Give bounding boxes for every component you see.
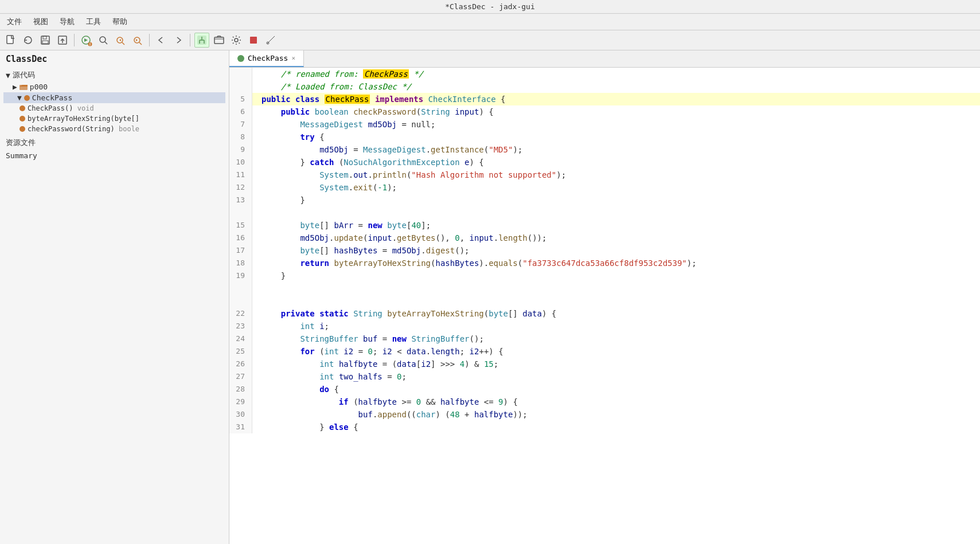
tab-checkpass[interactable]: CheckPass × (229, 50, 304, 67)
code-line-blank2 (229, 282, 980, 295)
line-num-5: 5 (229, 93, 252, 105)
title-text: *ClassDec - jadx-gui (445, 2, 535, 11)
line-content-28: do { (252, 383, 980, 396)
method-byte-array[interactable]: byteArrayToHexString(byte[] (3, 114, 225, 124)
line-num-blank3 (229, 295, 252, 307)
package-arrow: ▶ (13, 83, 17, 91)
tb-back[interactable] (154, 33, 169, 48)
method-constructor[interactable]: CheckPass() void (3, 103, 225, 114)
line-content-5: public class CheckPass implements CheckI… (252, 93, 980, 105)
sidebar: ClassDec ▼ 源代码 ▶ p000 ▼ CheckPass CheckP… (0, 50, 229, 544)
tb-class-tree[interactable] (194, 33, 209, 48)
title-bar: *ClassDec - jadx-gui (0, 0, 980, 14)
menu-tools[interactable]: 工具 (84, 15, 103, 28)
svg-line-13 (139, 42, 142, 45)
resource-label: 资源文件 (0, 135, 229, 150)
method-label: CheckPass() void (28, 104, 94, 112)
line-num-blank2 (229, 282, 252, 295)
svg-rect-0 (7, 36, 13, 44)
tb-flat-pkg[interactable] (212, 33, 227, 48)
line-content-23: int i; (252, 320, 980, 332)
menu-view[interactable]: 视图 (31, 15, 50, 28)
summary-label[interactable]: Summary (0, 150, 229, 161)
line-content-blank (252, 206, 980, 219)
code-line-5: 5 public class CheckPass implements Chec… (229, 93, 980, 105)
line-num-25: 25 (229, 345, 252, 358)
line-content-blank2 (252, 282, 980, 295)
code-line-24: 24 StringBuffer buf = new StringBuffer()… (229, 332, 980, 345)
line-content-24: StringBuffer buf = new StringBuffer(); (252, 332, 980, 345)
class-icon (24, 95, 30, 101)
line-num (229, 68, 252, 80)
code-line-28: 28 do { (229, 383, 980, 396)
package-label: p000 (30, 83, 48, 91)
line-num-8: 8 (229, 131, 252, 143)
line-content-13: } (252, 194, 980, 206)
code-line-30: 30 buf.append((char) (48 + halfbyte)); (229, 408, 980, 421)
menu-nav[interactable]: 导航 (57, 15, 77, 28)
method-icon-2 (19, 116, 25, 122)
line-content-6: public boolean checkPassword(String inpu… (252, 105, 980, 118)
line-content-26: int halfbyte = (data[i2] >>> 4) & 15; (252, 358, 980, 370)
class-label: CheckPass (32, 93, 72, 102)
line-num-19: 19 (229, 269, 252, 282)
line-num-7: 7 (229, 118, 252, 131)
tb-new[interactable] (3, 33, 18, 48)
svg-line-11 (122, 42, 124, 45)
menu-file[interactable]: 文件 (5, 15, 24, 28)
code-line-comment1: /* renamed from: CheckPass */ (229, 68, 980, 80)
tb-refresh[interactable] (21, 33, 36, 48)
tb-export[interactable] (55, 33, 70, 48)
tb-forward[interactable] (171, 33, 186, 48)
tb-find-next[interactable] (130, 33, 145, 48)
line-content-11: System.out.println("Hash Algorithm not s… (252, 169, 980, 181)
tab-label: CheckPass (248, 54, 288, 62)
line-num-24: 24 (229, 332, 252, 345)
line-num-31: 31 (229, 421, 252, 433)
method-check-password[interactable]: checkPassword(String) boole (3, 124, 225, 134)
menu-help[interactable]: 帮助 (110, 15, 130, 28)
tb-settings[interactable] (229, 33, 244, 48)
tab-close[interactable]: × (291, 54, 295, 62)
line-content-9: md5Obj = MessageDigest.getInstance("MD5"… (252, 143, 980, 156)
line-num-6: 6 (229, 105, 252, 118)
code-line-11: 11 System.out.println("Hash Algorithm no… (229, 169, 980, 181)
line-content-19: } (252, 269, 980, 282)
class-arrow: ▼ (17, 93, 22, 102)
code-line-23: 23 int i; (229, 320, 980, 332)
line-num-17: 17 (229, 244, 252, 257)
method-label-2: byteArrayToHexString(byte[] (28, 115, 139, 123)
svg-rect-3 (42, 41, 48, 44)
line-num-18: 18 (229, 257, 252, 269)
tb-find-prev[interactable] (113, 33, 128, 48)
line-content-10: } catch (NoSuchAlgorithmException e) { (252, 156, 980, 169)
source-arrow: ▼ (6, 71, 10, 80)
package-p000[interactable]: ▶ p000 (3, 81, 225, 92)
class-checkpass[interactable]: ▼ CheckPass (3, 92, 225, 103)
code-line-7: 7 MessageDigest md5Obj = null; (229, 118, 980, 131)
line-content-15: byte[] bArr = new byte[40]; (252, 219, 980, 232)
tb-build-tools[interactable] (263, 33, 278, 48)
line-content: /* Loaded from: ClassDec */ (252, 80, 980, 93)
code-line-12: 12 System.exit(-1); (229, 181, 980, 194)
line-num-12: 12 (229, 181, 252, 194)
line-num-23: 23 (229, 320, 252, 332)
tb-decompile[interactable] (79, 33, 93, 48)
line-content-7: MessageDigest md5Obj = null; (252, 118, 980, 131)
line-content-31: } else { (252, 421, 980, 433)
line-content-30: buf.append((char) (48 + halfbyte)); (252, 408, 980, 421)
line-content-blank3 (252, 295, 980, 307)
tb-find[interactable] (96, 33, 111, 48)
code-line-13: 13 } (229, 194, 980, 206)
line-num-26: 26 (229, 358, 252, 370)
svg-rect-15 (214, 37, 224, 44)
line-content-17: byte[] hashBytes = md5Obj.digest(); (252, 244, 980, 257)
tb-save[interactable] (38, 33, 53, 48)
line-num-15: 15 (229, 219, 252, 232)
tb-stop[interactable] (246, 33, 261, 48)
line-num-22: 22 (229, 307, 252, 320)
code-line-26: 26 int halfbyte = (data[i2] >>> 4) & 15; (229, 358, 980, 370)
code-line-8: 8 try { (229, 131, 980, 143)
code-content[interactable]: /* renamed from: CheckPass */ /* Loaded … (229, 68, 980, 544)
tab-icon (237, 55, 244, 62)
